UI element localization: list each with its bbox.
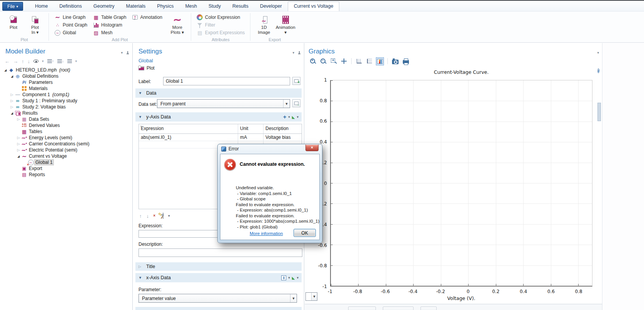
chevron-down-icon[interactable]: ▾ [297, 115, 299, 119]
ribbon-button-animation[interactable]: Animation▾ [275, 13, 296, 37]
pin-icon[interactable] [298, 51, 301, 55]
tree-item-data-sets[interactable]: ▷▦Data Sets [2, 116, 132, 122]
tree-item-carrier-concentrations-semi-[interactable]: ▷∼*Carrier Concentrations (semi) [2, 141, 132, 147]
ribbon-item-annotation[interactable]: TAnnotation [129, 13, 164, 21]
pin-icon[interactable] [126, 51, 129, 55]
tree-item-study-1-preliminary-study[interactable]: ▷∞Study 1 : Preliminary study [2, 98, 132, 104]
section-header-data[interactable]: ▼ Data [135, 88, 302, 98]
file-menu-button[interactable]: File ▾ [2, 2, 23, 11]
tree-item-materials[interactable]: Materials [2, 85, 132, 92]
panel-menu-icon[interactable]: ▾ [121, 51, 123, 55]
ribbon-item-color-expression[interactable]: Color Expression [194, 13, 247, 21]
legend-button[interactable] [376, 57, 384, 65]
axis-settings-icon[interactable] [281, 275, 286, 280]
zoom-in-button[interactable]: + [309, 57, 317, 65]
bottom-panel-tab[interactable] [383, 307, 414, 310]
ribbon-button-more-plots[interactable]: ∼MorePlots ▾ [167, 13, 188, 37]
tree-item-reports[interactable]: ▤Reports [2, 172, 132, 178]
ok-button[interactable]: OK [294, 229, 316, 237]
section-header-title[interactable]: ▷ Title [135, 262, 302, 271]
add-expression-icon[interactable]: + [283, 114, 286, 120]
forward-icon[interactable]: → [13, 58, 18, 64]
replace-expression-icon[interactable]: ◣ [292, 115, 295, 119]
tab-definitions[interactable]: Definitions [53, 2, 87, 11]
tab-materials[interactable]: Materials [120, 2, 152, 11]
move-down-icon[interactable]: ↓ [28, 58, 30, 64]
move-down-icon[interactable]: ↓ [147, 213, 149, 219]
expander-collapsed-icon[interactable]: ▷ [16, 142, 21, 146]
go-to-data-set-button[interactable] [292, 99, 300, 107]
ribbon-item-point-graph[interactable]: ∴Point Graph [52, 21, 90, 29]
show-in-new-window-button[interactable] [292, 77, 300, 85]
grid-x-button[interactable] [355, 57, 363, 65]
chevron-down-icon[interactable]: ▾ [168, 214, 170, 218]
label-input[interactable]: Global 1 [163, 77, 290, 85]
tab-geometry[interactable]: Geometry [88, 2, 120, 11]
expander-expanded-icon[interactable]: ◢ [10, 75, 14, 78]
chevron-down-icon[interactable]: ▾ [288, 276, 290, 280]
section-header-x-axis-data[interactable]: ▼ x-Axis Data ▾ ◣ ▾ [135, 273, 302, 282]
plot-toolbar-button[interactable]: Plot [138, 65, 155, 71]
chevron-down-icon[interactable]: ▾ [75, 59, 77, 63]
back-icon[interactable]: ← [5, 58, 10, 64]
expander-collapsed-icon[interactable]: ▷ [10, 99, 14, 103]
expander-collapsed-icon[interactable]: ▷ [10, 105, 14, 109]
tab-results[interactable]: Results [227, 2, 254, 11]
tree-settings-icon[interactable] [67, 59, 72, 63]
expander-expanded-icon[interactable]: ◢ [3, 68, 8, 72]
tree-item-global-1[interactable]: ∼×Global 1 [2, 159, 132, 165]
more-information-link[interactable]: More information [250, 231, 283, 236]
ribbon-item-histogram[interactable]: Histogram [90, 21, 128, 29]
camera-button[interactable] [391, 57, 399, 65]
ribbon-button-plot[interactable]: Plot [3, 13, 24, 37]
tree-item-current-vs-voltage[interactable]: ◢∼Current vs Voltage [2, 153, 132, 159]
zoom-out-button[interactable]: − [319, 57, 327, 65]
tab-home[interactable]: Home [29, 2, 53, 11]
zoom-extents-button[interactable] [340, 57, 348, 65]
combo-dropdown-icon[interactable]: ▼ [283, 100, 290, 108]
tree-item-results[interactable]: ◢Results [2, 110, 132, 116]
tab-current-vs-voltage[interactable]: Current vs Voltage [288, 2, 340, 12]
info-icon[interactable]: i [597, 68, 599, 73]
tab-developer[interactable]: Developer [254, 2, 288, 11]
expander-collapsed-icon[interactable]: ▷ [16, 117, 21, 121]
tree-item-export[interactable]: ▣Export [2, 165, 132, 172]
data-set-combobox[interactable]: From parent ▼ [157, 99, 290, 108]
expander-expanded-icon[interactable]: ◢ [10, 112, 14, 115]
load-expression-icon[interactable] [163, 213, 164, 218]
grid-y-button[interactable] [365, 57, 374, 65]
ribbon-item-global[interactable]: ∼Global [52, 29, 90, 37]
collapse-all-icon[interactable]: ↑ [47, 59, 54, 63]
tree-item-hetero-led-mph[interactable]: ◢◆HETERO_LED.mph(root) [2, 67, 132, 73]
panel-menu-icon[interactable]: ▾ [292, 51, 294, 55]
table-row[interactable]: abs(semi.I0_1)mAVoltage bias [139, 134, 302, 141]
tree-item-study-2-voltage-bias[interactable]: ▷∞Study 2: Voltage bias [2, 104, 132, 110]
expander-collapsed-icon[interactable]: ▷ [10, 93, 14, 97]
zoom-box-button[interactable]: + [329, 57, 337, 65]
chevron-down-icon[interactable]: ▾ [42, 59, 44, 63]
panel-menu-icon[interactable]: ▾ [597, 51, 599, 55]
section-header-y-axis-data[interactable]: ▼ y-Axis Data + ▾ ◣ ▾ [135, 112, 302, 122]
plot-canvas[interactable] [330, 80, 592, 287]
ribbon-item-table-graph[interactable]: ▦Table Graph [90, 13, 128, 21]
tab-physics[interactable]: Physics [151, 2, 179, 11]
ribbon-button-1d-image[interactable]: 1DImage [254, 13, 274, 37]
replace-expression-icon[interactable]: ◣ [292, 276, 295, 280]
description-input[interactable] [138, 248, 302, 257]
bottom-panel-tab[interactable] [420, 307, 437, 310]
tree-item-energy-levels-semi-[interactable]: ▷∼*Energy Levels (semi) [2, 135, 132, 141]
expander-collapsed-icon[interactable]: ▷ [16, 136, 21, 140]
tree-item-parameters[interactable]: PiParameters [2, 79, 132, 85]
tree-item-derived-values[interactable]: 8.85e-12Derived Values [2, 122, 132, 128]
ribbon-item-mesh[interactable]: ▨Mesh [90, 29, 128, 37]
expander-collapsed-icon[interactable]: ▷ [16, 148, 21, 152]
graphics-bottom-dropdown[interactable]: ▼ [305, 292, 317, 301]
expand-all-icon[interactable]: ↓ [57, 59, 64, 63]
show-icon[interactable] [33, 60, 38, 63]
tree-item-global-definitions[interactable]: ◢⊕Global Definitions [2, 73, 132, 79]
chevron-down-icon[interactable]: ▾ [288, 115, 290, 119]
tree-item-tables[interactable]: ▦Tables [2, 128, 132, 135]
chevron-down-icon[interactable]: ▾ [297, 276, 299, 280]
expander-expanded-icon[interactable]: ◢ [16, 155, 21, 158]
tab-mesh[interactable]: Mesh [179, 2, 203, 11]
